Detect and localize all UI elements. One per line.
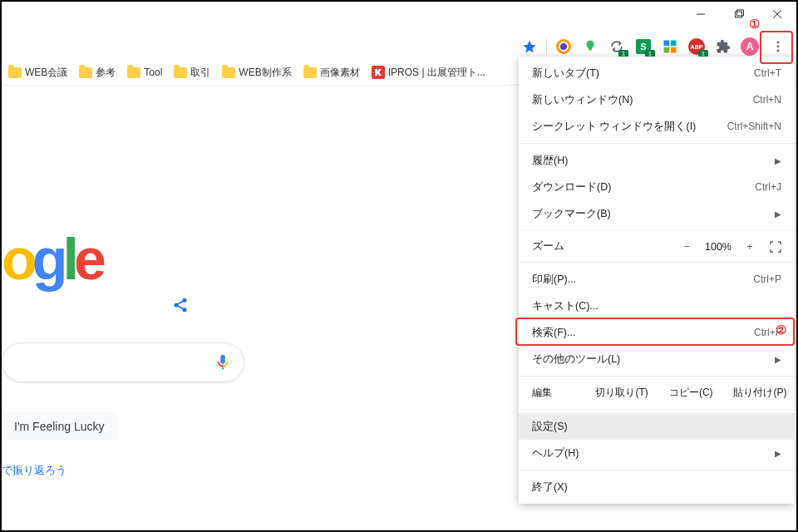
chrome-menu: 新しいタブ(T)Ctrl+T 新しいウィンドウ(N)Ctrl+N シークレット … — [519, 57, 795, 504]
menu-bookmarks[interactable]: ブックマーク(B)▶ — [519, 200, 795, 227]
bookmark-folder[interactable]: Tool — [127, 66, 162, 78]
menu-find[interactable]: 検索(F)...Ctrl+F — [519, 319, 795, 346]
voice-search-icon[interactable] — [214, 352, 232, 373]
bookmark-folder[interactable]: WEB会議 — [8, 66, 67, 80]
bookmark-folder[interactable]: 画像素材 — [303, 66, 360, 80]
svg-rect-6 — [671, 41, 677, 47]
svg-rect-7 — [664, 47, 670, 53]
menu-cut[interactable]: 切り取り(T) — [588, 380, 657, 406]
menu-zoom: ズーム − 100% + — [519, 234, 795, 259]
extension-icon[interactable]: ABP1 — [687, 37, 707, 57]
svg-point-14 — [183, 308, 187, 312]
extension-icon[interactable] — [580, 37, 600, 57]
menu-button[interactable] — [766, 35, 790, 58]
menu-print[interactable]: 印刷(P)...Ctrl+P — [519, 266, 795, 293]
promo-link[interactable]: で振り返ろう — [2, 463, 66, 478]
menu-copy[interactable]: コピー(C) — [657, 380, 726, 406]
profile-avatar[interactable]: A — [740, 37, 760, 57]
folder-icon — [8, 67, 22, 78]
share-icon[interactable] — [172, 297, 189, 316]
extension-icon[interactable]: 1 — [607, 37, 627, 57]
menu-exit[interactable]: 終了(X) — [519, 474, 795, 500]
svg-point-9 — [777, 42, 780, 44]
menu-edit-label: 編集 — [519, 380, 588, 406]
zoom-value: 100% — [698, 241, 738, 253]
bookmark-link[interactable]: IPROS | 出展管理ト... — [372, 66, 485, 80]
minimize-button[interactable] — [682, 2, 720, 27]
extension-icon[interactable]: S1 — [633, 37, 653, 57]
zoom-in-button[interactable]: + — [738, 241, 761, 253]
extensions-puzzle-icon[interactable] — [713, 37, 733, 57]
menu-new-window[interactable]: 新しいウィンドウ(N)Ctrl+N — [519, 86, 795, 113]
folder-icon — [222, 67, 235, 78]
menu-help[interactable]: ヘルプ(H)▶ — [519, 440, 795, 466]
menu-more-tools[interactable]: その他のツール(L)▶ — [519, 346, 795, 372]
folder-icon — [79, 67, 92, 78]
svg-point-13 — [175, 303, 179, 308]
bookmark-folder[interactable]: 取引 — [174, 66, 210, 80]
menu-cast[interactable]: キャスト(C)... — [519, 293, 795, 319]
folder-icon — [174, 67, 187, 78]
menu-downloads[interactable]: ダウンロード(D)Ctrl+J — [519, 174, 795, 200]
folder-icon — [127, 67, 140, 78]
feeling-lucky-button[interactable]: I'm Feeling Lucky — [2, 412, 117, 441]
close-button[interactable] — [758, 2, 796, 27]
chevron-right-icon: ▶ — [775, 156, 781, 165]
menu-settings[interactable]: 設定(S) — [519, 413, 795, 440]
chevron-right-icon: ▶ — [775, 209, 781, 219]
svg-rect-5 — [664, 41, 670, 47]
menu-edit-row: 編集 切り取り(T) コピー(C) 貼り付け(P) — [519, 380, 795, 406]
svg-rect-8 — [671, 47, 677, 53]
chevron-right-icon: ▶ — [775, 449, 781, 458]
toolbar-divider — [546, 38, 547, 55]
chevron-right-icon: ▶ — [775, 355, 781, 364]
menu-incognito[interactable]: シークレット ウィンドウを開く(I)Ctrl+Shift+N — [519, 113, 795, 140]
window-controls — [682, 2, 796, 27]
folder-icon — [303, 67, 317, 78]
svg-rect-1 — [736, 12, 742, 17]
menu-paste[interactable]: 貼り付け(P) — [726, 380, 795, 406]
zoom-out-button[interactable]: − — [675, 241, 698, 253]
svg-rect-2 — [737, 10, 744, 16]
menu-history[interactable]: 履歴(H)▶ — [519, 147, 795, 174]
svg-point-11 — [777, 50, 780, 52]
ipros-icon — [372, 66, 385, 79]
svg-point-12 — [183, 298, 187, 303]
extension-icon[interactable] — [660, 37, 680, 57]
svg-point-10 — [777, 46, 780, 48]
menu-new-tab[interactable]: 新しいタブ(T)Ctrl+T — [519, 60, 795, 86]
callout-number-1: ① — [749, 17, 760, 32]
bookmark-folder[interactable]: WEB制作系 — [222, 66, 291, 80]
google-logo: ogle — [2, 226, 101, 293]
extension-icon[interactable] — [554, 37, 574, 57]
search-input[interactable] — [2, 342, 244, 382]
bookmark-folder[interactable]: 参考 — [79, 66, 116, 80]
bookmark-star-icon[interactable] — [520, 37, 539, 57]
fullscreen-icon[interactable] — [766, 240, 785, 254]
callout-number-2: ② — [776, 323, 786, 337]
